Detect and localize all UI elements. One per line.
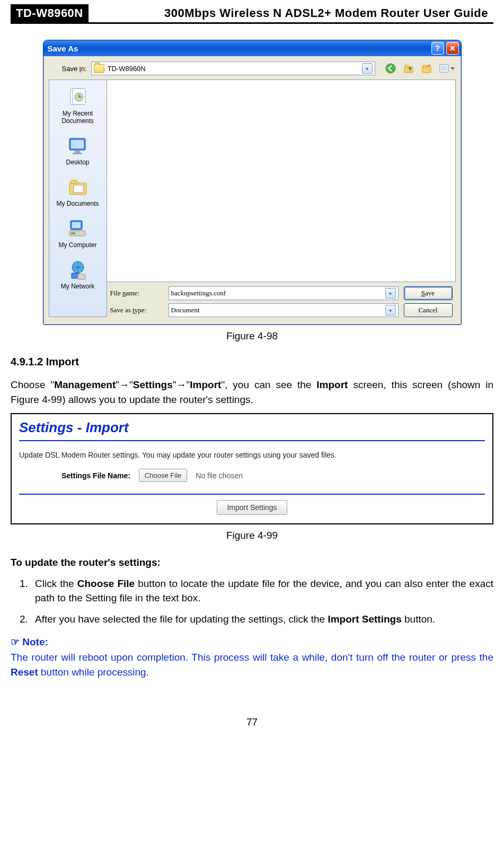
help-button[interactable]: ? <box>431 42 444 55</box>
panel-heading: Settings - Import <box>19 419 485 436</box>
save-in-combo[interactable]: TD-W8960N ▾ <box>91 62 375 75</box>
place-label: Desktop <box>66 159 89 166</box>
panel-description: Update DSL Modem Router settings. You ma… <box>19 451 485 459</box>
header-title: 300Mbps Wireless N ADSL2+ Modem Router U… <box>89 4 493 22</box>
my-documents-icon <box>67 177 89 198</box>
close-icon: ✕ <box>449 44 456 52</box>
svg-rect-4 <box>423 65 427 67</box>
svg-rect-27 <box>78 274 85 279</box>
svg-rect-16 <box>75 150 80 153</box>
network-icon <box>67 259 89 281</box>
note-heading: ☞ Note: <box>11 636 493 648</box>
svg-rect-24 <box>71 232 75 234</box>
svg-rect-22 <box>72 222 81 228</box>
place-label: My Network <box>61 283 94 290</box>
back-icon[interactable] <box>385 63 396 74</box>
divider <box>19 440 485 441</box>
place-label: My Recent Documents <box>51 110 104 125</box>
intro-paragraph: Choose "Management"→"Settings"→"Import",… <box>11 378 493 407</box>
up-one-level-icon[interactable] <box>403 63 414 74</box>
folder-icon <box>94 64 104 73</box>
update-heading: To update the router's settings: <box>11 555 493 570</box>
step-2: After you have selected the file for upd… <box>31 612 493 627</box>
place-desktop[interactable]: Desktop <box>66 135 89 166</box>
file-listing[interactable] <box>107 80 456 282</box>
place-label: My Documents <box>56 200 99 207</box>
file-name-label: File name: <box>110 289 163 297</box>
chevron-down-icon[interactable]: ▾ <box>362 63 373 74</box>
figure-99-caption: Figure 4-99 <box>11 530 493 541</box>
dialog-title: Save As <box>48 44 429 53</box>
step-1: Click the Choose File button to locate t… <box>31 576 493 606</box>
svg-rect-1 <box>404 67 413 73</box>
desktop-icon <box>67 135 89 156</box>
divider <box>19 494 485 495</box>
figure-98-caption: Figure 4-98 <box>11 330 493 342</box>
chevron-down-icon[interactable]: ▾ <box>385 288 396 299</box>
svg-rect-15 <box>71 140 84 148</box>
place-recent[interactable]: My Recent Documents <box>51 86 104 125</box>
place-label: My Computer <box>58 241 96 249</box>
help-icon: ? <box>435 44 440 52</box>
place-network[interactable]: My Network <box>61 259 94 290</box>
save-button[interactable]: Save <box>404 286 453 300</box>
file-name-value: backupsettings.conf <box>171 289 226 297</box>
dialog-titlebar: Save As ? ✕ <box>43 40 461 56</box>
choose-file-button[interactable]: Choose File <box>139 469 187 482</box>
save-type-value: Document <box>171 306 200 314</box>
place-mydocs[interactable]: My Documents <box>56 177 99 207</box>
file-name-input[interactable]: backupsettings.conf ▾ <box>169 286 399 300</box>
svg-rect-20 <box>74 185 83 192</box>
close-button[interactable]: ✕ <box>446 42 459 55</box>
header-model: TD-W8960N <box>11 4 89 22</box>
place-mycomputer[interactable]: My Computer <box>58 218 96 249</box>
my-computer-icon <box>67 218 89 239</box>
section-heading: 4.9.1.2 Import <box>11 356 493 368</box>
view-menu-icon[interactable] <box>439 63 456 74</box>
svg-text:★: ★ <box>428 65 430 68</box>
svg-rect-19 <box>70 180 77 183</box>
svg-rect-2 <box>405 65 409 67</box>
places-bar: My Recent Documents Desktop <box>49 80 107 317</box>
note-body: The router will reboot upon completion. … <box>11 650 493 679</box>
save-type-label: Save as type: <box>110 306 163 314</box>
page-number: 77 <box>11 716 493 728</box>
save-as-dialog: Save As ? ✕ Save in: TD-W8960N ▾ <box>43 40 462 325</box>
cancel-button[interactable]: Cancel <box>404 303 453 317</box>
svg-rect-17 <box>73 153 82 154</box>
save-type-combo[interactable]: Document ▾ <box>169 303 399 317</box>
pointing-hand-icon: ☞ <box>11 636 20 647</box>
svg-point-0 <box>386 64 395 73</box>
chevron-down-icon[interactable]: ▾ <box>385 305 396 316</box>
recent-documents-icon <box>67 86 89 108</box>
no-file-text: No file chosen <box>196 471 243 480</box>
save-in-label: Save in: <box>49 65 87 73</box>
import-settings-button[interactable]: Import Settings <box>217 500 287 515</box>
save-in-value: TD-W8960N <box>108 65 359 73</box>
steps-list: Click the Choose File button to locate t… <box>11 576 493 627</box>
settings-file-label: Settings File Name: <box>61 471 130 480</box>
new-folder-icon[interactable]: ★ <box>421 63 432 74</box>
settings-import-panel: Settings - Import Update DSL Modem Route… <box>11 413 493 524</box>
doc-header: TD-W8960N 300Mbps Wireless N ADSL2+ Mode… <box>11 4 493 24</box>
